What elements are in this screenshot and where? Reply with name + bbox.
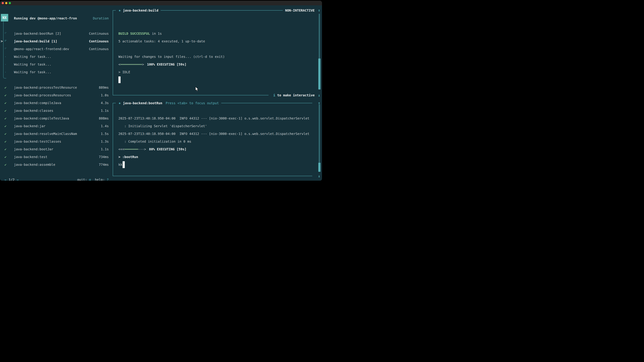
blank-line [118,45,225,53]
task-status-icon: · [4,60,6,68]
check-icon: ✔ [4,107,6,114]
close-window-button[interactable] [2,2,4,4]
task-duration: Continuous [89,45,109,53]
header-rule [161,10,283,10]
task-row[interactable]: ✔ java-backend:test 734ms [0,153,111,161]
check-icon: ✔ [4,138,6,145]
task-label: Waiting for task... [14,53,51,60]
task-duration: 1.3s [101,138,109,145]
task-label: java-backend:processTestResource [14,84,77,91]
task-label: java-backend:classes [14,107,53,114]
top-panel-bottom-border: i to make interactive ↓ [113,91,322,99]
bottom-panel-title: java-backend:bootRun [123,101,162,105]
help-label: help: [91,178,107,181]
keyboard-hints: quit: q help: ? [77,176,109,181]
quit-label: quit: [77,178,89,181]
task-row[interactable]: ✔ java-backend:compileTestJava 808ms [0,114,111,122]
task-label: java-backend:compileTestJava [14,114,69,122]
gradle-progress-line: <═══════════>100% EXECUTING [59s] [118,60,225,68]
task-row[interactable]: · Waiting for task... [0,60,111,68]
bottom-panel-bottom-border: ↓ [113,172,322,180]
task-label: java-backend:assemble [14,161,55,168]
interactive-hint: i to make interactive [273,93,314,97]
task-row[interactable]: ⠋ java-backend:bootRun [2] Continuous [0,30,111,37]
log-line: : Initializing Servlet 'dispatcherServle… [118,122,310,130]
log-line: : Completed initialization in 0 ms [118,138,310,145]
scroll-down-arrow-icon[interactable]: ↓ [317,93,322,97]
build-time: in 1s [150,32,162,35]
progress-label: 100% EXECUTING [59s] [147,62,186,66]
task-label: @mono-app/react-frontend:dev [14,45,69,53]
running-task-list: ⠋ java-backend:bootRun [2] Continuous ⠋ … [0,30,111,76]
waiting-line: Waiting for changes to input files... (c… [118,53,225,60]
task-row[interactable]: · Waiting for task... [0,68,111,76]
scroll-down-arrow-icon[interactable]: ↓ [317,174,322,178]
check-icon: ✔ [4,122,6,130]
titlebar [0,1,322,5]
build-status: BUILD SUCCESSFUL [118,32,150,35]
task-row[interactable]: ✔ java-backend:jar 1.4s [0,122,111,130]
terminal-cursor [118,76,120,83]
progress-open: < [118,62,120,66]
task-duration: 1.0s [101,91,109,99]
task-status-icon: ⠋ [4,30,7,37]
task-duration: 808ms [99,114,109,122]
panel-corner-stub [113,103,116,103]
sidebar-footer: ← 1/2 → quit: q help: ? [0,176,111,181]
check-icon: ✔ [4,130,6,138]
task-row[interactable]: ✔ java-backend:bootJar 1.1s [0,145,111,153]
task-duration: 4.3s [101,99,109,107]
minimize-window-button[interactable] [5,2,8,4]
top-scrollbar-thumb[interactable] [318,58,320,89]
typed-input: kk [118,161,310,168]
bottom-panel-output[interactable]: 2025-07-23T13:40:18.950-04:00 INFO 44312… [118,114,310,168]
header-rule [221,103,312,103]
check-icon: ✔ [4,161,6,168]
top-panel-header[interactable]: ● java-backend:build NON-INTERACTIVE ↑ [113,6,322,14]
maximize-window-button[interactable] [9,2,11,4]
task-row[interactable]: ✔ java-backend:compileJava 4.3s [0,99,111,107]
task-duration: 1.1s [101,107,109,114]
task-row[interactable]: ✔ java-backend:classes 1.1s [0,107,111,114]
task-status-icon: ⠋ [4,45,7,53]
spacer [14,178,16,181]
task-row[interactable]: ✔ java-backend:processTestResource 889ms [0,84,111,91]
mouse-cursor-icon [195,86,199,91]
task-status-icon: · [4,68,6,76]
task-row[interactable]: · Waiting for task... [0,53,111,60]
bottom-panel-header[interactable]: ● java-backend:bootRun Press <tab> to fo… [113,99,322,107]
task-label: Waiting for task... [14,60,51,68]
boot-run-prompt: > :bootRun [118,153,310,161]
scroll-up-arrow-icon[interactable]: ↑ [317,8,322,12]
top-scrollbar-track[interactable] [319,14,320,58]
check-icon: ✔ [4,153,6,161]
task-label: java-backend:bootJar [14,145,53,153]
sidebar-header: Running dev @mono-app/react-fron Duratio… [0,14,111,22]
task-row[interactable]: ✔ java-backend:testClasses 1.3s [0,138,111,145]
task-label: java-backend:jar [14,122,46,130]
bottom-scrollbar-thumb[interactable] [318,163,320,172]
next-page-arrow-icon[interactable]: → [16,178,18,181]
progress-close: > [142,62,144,66]
task-duration: 774ms [99,161,109,168]
task-row[interactable]: ⠋ @mono-app/react-frontend:dev Continuou… [0,45,111,53]
task-row[interactable]: ✔ java-backend:assemble 774ms [0,161,111,168]
prev-page-arrow-icon[interactable]: ← [5,178,7,181]
task-duration: 1.5s [101,130,109,138]
help-key: ? [107,178,109,181]
task-row[interactable]: ⠋ java-backend:build [1] Continuous [0,37,111,45]
task-row[interactable]: ✔ java-backend:resolveMainClassNam 1.5s [0,130,111,138]
check-icon: ✔ [4,99,6,107]
check-icon: ✔ [4,84,6,91]
bottom-scrollbar-track[interactable] [319,105,320,163]
top-panel-output[interactable]: BUILD SUCCESSFUL in 1s 5 actionable task… [118,30,225,76]
progress-bar: ═══════ [124,147,138,151]
task-bullet-icon: ● [119,9,120,12]
completed-task-list: ✔ java-backend:processTestResource 889ms… [0,84,111,168]
panel-corner-stub [113,10,116,10]
log-line: 2025-07-23T13:40:18.950-04:00 INFO 44312… [118,114,310,122]
task-row[interactable]: ✔ java-backend:processResources 1.0s [0,91,111,99]
idle-line: > IDLE [118,68,225,76]
task-status-icon: · [4,53,6,60]
screen: NX Running dev @mono-app/react-fron Dura… [0,0,322,181]
